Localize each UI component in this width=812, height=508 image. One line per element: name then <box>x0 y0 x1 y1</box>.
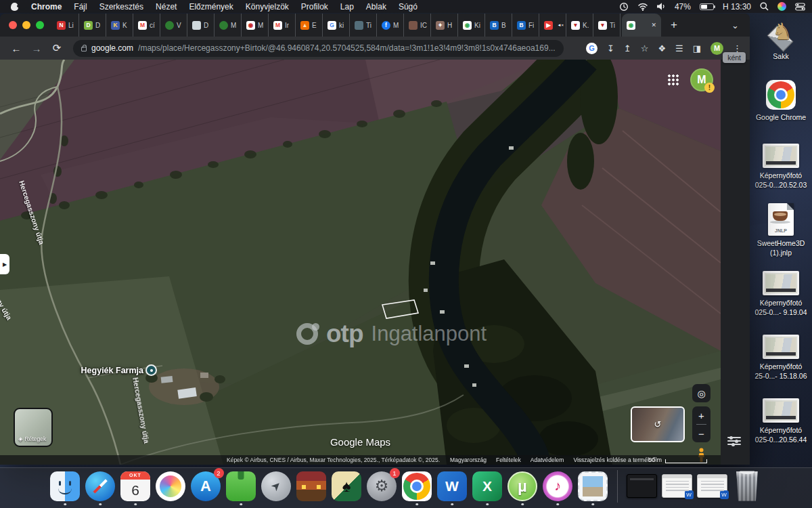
tab-9[interactable]: ▲E <box>296 14 323 37</box>
zoom-in-button[interactable]: + <box>692 406 710 424</box>
menu-item-profilok[interactable]: Profilok <box>295 2 334 12</box>
attribution-link[interactable]: Adatvédelem <box>531 457 564 463</box>
minimize-window-button[interactable] <box>22 21 30 29</box>
attribution-link[interactable]: Magyarország <box>450 457 487 463</box>
street-view-inset[interactable]: ↺ <box>631 406 685 442</box>
tab-14[interactable]: ✦H <box>431 14 458 37</box>
volume-icon[interactable] <box>657 3 666 10</box>
desktop-icon-google-chrome[interactable]: Google Chrome <box>750 80 812 123</box>
wifi-icon[interactable] <box>637 3 648 11</box>
dock-item-word[interactable]: W <box>437 471 468 501</box>
dock-item-excel[interactable]: X <box>472 471 503 501</box>
tab-20[interactable]: ▼Ti <box>593 14 621 37</box>
tab-13[interactable]: IC <box>404 14 431 37</box>
forward-button[interactable]: → <box>28 43 45 54</box>
apple-menu-icon[interactable] <box>11 3 18 11</box>
zoom-out-button[interactable]: − <box>692 425 710 442</box>
share-icon[interactable]: ↥ <box>624 43 631 54</box>
dock-item-chrome[interactable] <box>402 471 432 501</box>
menubar-clock[interactable]: H 13:30 <box>723 2 751 12</box>
profile-avatar[interactable]: M <box>710 42 723 55</box>
tab-close-icon[interactable]: ✕ <box>651 22 656 28</box>
extensions-icon[interactable]: ❖ <box>658 43 666 54</box>
dock-item-minimized-window-dark[interactable] <box>627 471 657 501</box>
dock-item-minimized-document-2[interactable]: W <box>697 471 727 501</box>
tab-2[interactable]: KK <box>106 14 133 37</box>
back-button[interactable]: ← <box>8 43 24 54</box>
my-location-button[interactable]: ◎ <box>692 384 710 402</box>
dock-item-safari[interactable] <box>85 471 116 501</box>
tab-11[interactable]: Ti <box>350 14 377 37</box>
menu-item-ablak[interactable]: Ablak <box>360 2 392 12</box>
new-tab-button[interactable]: + <box>665 16 683 34</box>
attribution-link[interactable]: Feltételek <box>496 457 521 463</box>
bookmark-star-icon[interactable]: ☆ <box>641 43 649 54</box>
desktop-icon-sweethome3d-jnlp[interactable]: JNLPSweetHome3D(1).jnlp <box>750 203 812 257</box>
tab-18[interactable]: ▶◄× <box>539 14 566 37</box>
dock-item-rocket-app[interactable]: ➤ <box>261 471 292 501</box>
dock-item-minimized-document-1[interactable]: W <box>662 471 692 501</box>
menu-item-fájl[interactable]: Fájl <box>68 2 93 12</box>
account-avatar[interactable]: M ! <box>690 68 713 91</box>
sliders-icon[interactable] <box>727 435 741 446</box>
tab-5[interactable]: D <box>187 14 215 37</box>
tab-17[interactable]: BFi <box>512 14 539 37</box>
tab-3[interactable]: Mcí <box>133 14 160 37</box>
menu-item-lap[interactable]: Lap <box>334 2 360 12</box>
tab-0[interactable]: NLi <box>52 14 79 37</box>
tab-7[interactable]: ◉M <box>242 14 269 37</box>
tab-10[interactable]: Gki <box>323 14 350 37</box>
dock-item-app-store[interactable]: A2 <box>191 471 221 501</box>
menu-item-könyvjelzök[interactable]: Könyvjelzök <box>240 2 295 12</box>
download-icon[interactable]: ↧ <box>607 43 614 54</box>
dock-item-green-app[interactable] <box>226 471 256 501</box>
attribution-link[interactable]: Visszajelzés küldése a termékről <box>573 457 656 463</box>
map-canvas[interactable]: Hercegasszony útja Hercegasszony útja He… <box>0 60 721 465</box>
reload-button[interactable]: ⟳ <box>49 42 65 54</box>
tab-active-maps[interactable]: ◉✕ <box>622 14 661 37</box>
dock-item-music[interactable]: ♪ <box>543 471 573 501</box>
tab-8[interactable]: MIr <box>269 14 296 37</box>
desktop-icon-screenshot-3[interactable]: Képernyőfotó25-0...- 15.18.06 <box>750 335 812 381</box>
url-bar[interactable]: google.com/maps/place/Hercegasszony+Birt… <box>73 40 564 57</box>
place-pin[interactable] <box>145 364 157 376</box>
dock-item-photos[interactable] <box>156 471 186 501</box>
menu-item-nézet[interactable]: Nézet <box>150 2 183 12</box>
tab-19[interactable]: ▼K. <box>566 14 593 37</box>
siri-icon[interactable] <box>777 2 786 11</box>
dock-item-spades-game[interactable]: ♠ <box>332 471 362 501</box>
dock-item-tavern-game[interactable] <box>296 471 327 501</box>
menu-item-szerkesztés[interactable]: Szerkesztés <box>93 2 150 12</box>
tab-list-icon[interactable]: ☰ <box>675 43 683 54</box>
dock-item-system-preferences[interactable]: ⚙1 <box>367 471 397 501</box>
close-window-button[interactable] <box>9 21 17 29</box>
tab-4[interactable]: V <box>160 14 187 37</box>
tab-15[interactable]: ◉Ki <box>458 14 485 37</box>
tab-12[interactable]: fM <box>377 14 404 37</box>
tab-mute-icon[interactable]: ◄× <box>558 23 564 27</box>
tab-search-chevron-icon[interactable]: ⌄ <box>731 20 739 30</box>
dock-item-finder[interactable] <box>50 471 81 501</box>
status-app-icon[interactable] <box>619 2 629 12</box>
desktop-icon-screenshot-2[interactable]: Képernyőfotó025-0...- 9.19.04 <box>750 271 812 317</box>
side-panel-collapse-tab[interactable]: ▶ <box>0 254 9 274</box>
tab-1[interactable]: DD <box>79 14 106 37</box>
google-apps-grid-icon[interactable] <box>667 74 679 85</box>
desktop-icon-sakk[interactable]: ♞Sakk <box>750 20 812 62</box>
dock-item-utorrent[interactable]: µ <box>508 471 538 501</box>
tab-6[interactable]: M <box>215 14 242 37</box>
spotlight-icon[interactable] <box>760 2 769 11</box>
side-panel-icon[interactable]: ◨ <box>693 43 701 54</box>
menu-item-chrome[interactable]: Chrome <box>25 2 68 12</box>
tab-16[interactable]: BB <box>485 14 512 37</box>
dock-item-calendar[interactable]: OKT6 <box>120 471 151 501</box>
dock-item-mail[interactable] <box>578 471 608 501</box>
control-center-icon[interactable] <box>795 3 805 11</box>
menu-item-előzmények[interactable]: Előzmények <box>183 2 239 12</box>
dock-item-trash[interactable] <box>732 471 763 501</box>
translate-icon[interactable]: G <box>586 43 597 54</box>
menu-item-súgó[interactable]: Súgó <box>392 2 424 12</box>
desktop-icon-screenshot-4[interactable]: Képernyőfotó025-0...20.56.44 <box>750 398 812 444</box>
zoom-window-button[interactable] <box>36 21 44 29</box>
layers-button[interactable]: ◈ Rétegek <box>14 408 53 447</box>
